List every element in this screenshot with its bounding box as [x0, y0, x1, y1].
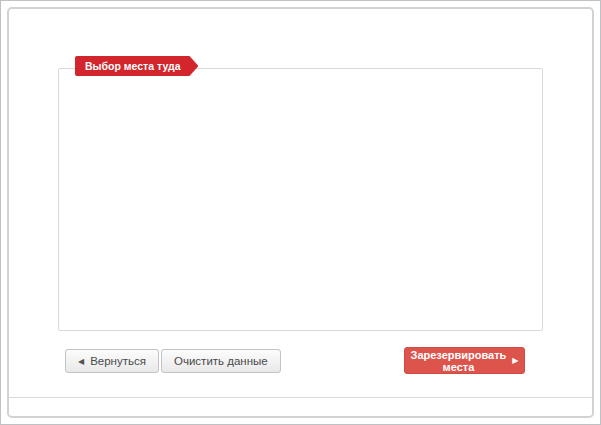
back-button-label: Вернуться [90, 355, 146, 367]
seat-selection-card [58, 68, 543, 331]
back-button[interactable]: ◀ Вернуться [65, 349, 159, 373]
footer-divider [9, 397, 592, 398]
arrow-right-icon: ▶ [512, 356, 518, 365]
reserve-button-label: Зарезервировать места [411, 349, 507, 373]
arrow-left-icon: ◀ [78, 357, 84, 366]
clear-button-label: Очистить данные [174, 355, 268, 367]
clear-data-button[interactable]: Очистить данные [161, 349, 281, 373]
reserve-seats-button[interactable]: Зарезервировать места ▶ [404, 347, 525, 374]
step-ribbon-badge: Выбор места туда [75, 56, 198, 76]
